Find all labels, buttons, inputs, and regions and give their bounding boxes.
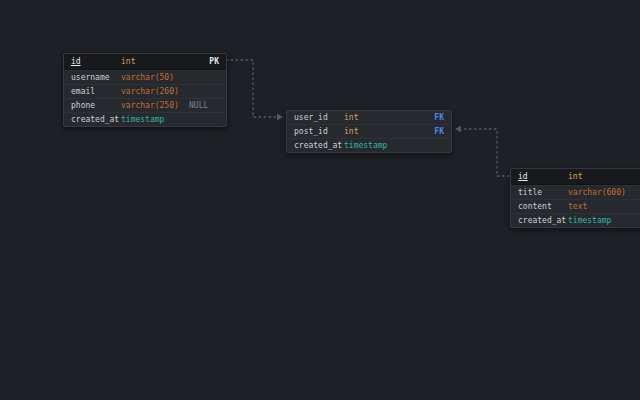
table-row-created_at[interactable]: created_attimestamp: [64, 112, 226, 126]
table-row-created_at[interactable]: created_attimestamp: [287, 138, 451, 152]
column-type: text: [568, 200, 636, 213]
column-name: title: [518, 186, 568, 199]
table-row-phone[interactable]: phonevarchar(250)NULL: [64, 98, 226, 112]
table-row-email[interactable]: emailvarchar(260): [64, 84, 226, 98]
column-name: post_id: [294, 125, 344, 138]
column-name: phone: [71, 99, 121, 112]
column-name: email: [71, 85, 121, 98]
column-type: int: [344, 111, 412, 124]
column-type: int: [121, 54, 189, 69]
column-type: timestamp: [121, 113, 189, 126]
column-name: id: [71, 54, 121, 69]
relationship-connector-right-to-middle: [455, 126, 509, 176]
arrowhead-icon: [277, 114, 283, 120]
column-type: int: [568, 169, 636, 184]
column-name: created_at: [518, 214, 568, 227]
primary-key-badge: PK: [209, 54, 219, 69]
table-row-post_id[interactable]: post_idintFK: [287, 124, 451, 138]
diagram-canvas[interactable]: idintPKusernamevarchar(50)emailvarchar(2…: [0, 0, 640, 400]
relationship-connector-left-to-middle: [226, 60, 283, 120]
table-row-content[interactable]: contenttext: [511, 199, 640, 213]
foreign-key-badge: FK: [434, 125, 444, 138]
column-name: id: [518, 169, 568, 184]
column-name: content: [518, 200, 568, 213]
column-name: created_at: [71, 113, 121, 126]
column-type: varchar(50): [121, 71, 189, 84]
column-name: user_id: [294, 111, 344, 124]
column-name: username: [71, 71, 121, 84]
column-type: int: [344, 125, 412, 138]
table-middle-table[interactable]: user_idintFKpost_idintFKcreated_attimest…: [286, 110, 452, 153]
arrowhead-icon: [455, 126, 461, 132]
table-row-created_at[interactable]: created_attimestamp: [511, 213, 640, 227]
foreign-key-badge: FK: [434, 111, 444, 124]
table-row-username[interactable]: usernamevarchar(50): [64, 70, 226, 84]
column-type: timestamp: [568, 214, 636, 227]
column-nullable-note: NULL: [189, 99, 208, 112]
table-row-title[interactable]: titlevarchar(600): [511, 185, 640, 199]
column-type: varchar(600): [568, 186, 636, 199]
table-row-id[interactable]: idint: [511, 169, 640, 185]
column-type: timestamp: [344, 139, 412, 152]
table-row-user_id[interactable]: user_idintFK: [287, 111, 451, 124]
table-row-id[interactable]: idintPK: [64, 54, 226, 70]
table-left-table[interactable]: idintPKusernamevarchar(50)emailvarchar(2…: [63, 53, 227, 127]
column-name: created_at: [294, 139, 344, 152]
column-type: varchar(250): [121, 99, 189, 112]
column-type: varchar(260): [121, 85, 189, 98]
table-right-table[interactable]: idinttitlevarchar(600)contenttextcreated…: [510, 168, 640, 228]
